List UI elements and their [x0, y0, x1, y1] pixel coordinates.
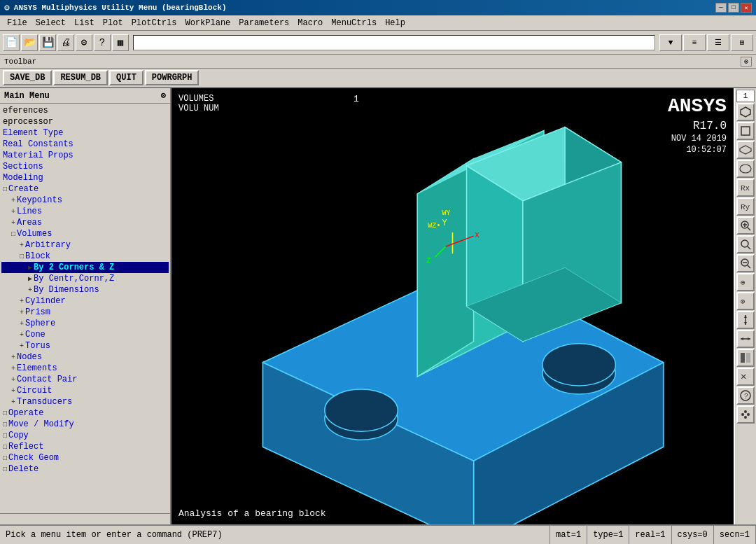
- tree-item[interactable]: eferences: [1, 105, 169, 116]
- expand-icon[interactable]: +: [11, 376, 15, 384]
- rt-reset-btn[interactable]: ⊗: [736, 292, 755, 310]
- tree-item[interactable]: + Torus: [1, 340, 169, 351]
- toolbar-action2-btn[interactable]: ☰: [707, 34, 729, 51]
- toolbar-grid-icon[interactable]: ▦: [112, 34, 129, 51]
- expand-icon[interactable]: □: [3, 454, 7, 462]
- expand-icon[interactable]: +: [11, 365, 15, 372]
- tree-item[interactable]: + Nodes: [1, 351, 169, 363]
- tree-item[interactable]: Real Constants: [1, 139, 169, 150]
- rt-misc-btn[interactable]: [736, 405, 755, 424]
- tree-item[interactable]: Sections: [1, 161, 169, 172]
- toolbar-action3-btn[interactable]: ⊞: [731, 34, 753, 51]
- menu-list[interactable]: List: [70, 17, 99, 29]
- tree-item[interactable]: + Cylinder: [1, 295, 169, 307]
- menu-file[interactable]: File: [3, 17, 31, 29]
- tree-item[interactable]: + Cone: [1, 329, 169, 340]
- command-input[interactable]: [133, 35, 655, 50]
- expand-icon[interactable]: □: [3, 410, 7, 417]
- expand-icon[interactable]: +: [11, 354, 15, 361]
- rt-zoom-in-btn[interactable]: [736, 216, 755, 235]
- expand-icon[interactable]: ▶: [28, 263, 32, 272]
- toolbar-print-icon[interactable]: 🖨: [57, 34, 74, 51]
- main-menu-collapse-button[interactable]: ⊗: [161, 90, 166, 101]
- expand-icon[interactable]: □: [3, 466, 7, 473]
- expand-icon[interactable]: +: [20, 342, 24, 350]
- tree-item[interactable]: Modeling: [1, 172, 169, 183]
- expand-icon[interactable]: +: [11, 398, 15, 406]
- menu-select[interactable]: Select: [31, 17, 70, 29]
- rt-iso-btn[interactable]: [736, 103, 755, 121]
- tree-item[interactable]: + Circuit: [1, 385, 169, 396]
- tree-item[interactable]: □ Reflect: [1, 441, 169, 452]
- rt-side-btn[interactable]: [736, 141, 755, 159]
- expand-icon[interactable]: +: [28, 286, 32, 294]
- rt-query-btn[interactable]: ?: [736, 386, 755, 405]
- tree-item[interactable]: + Sphere: [1, 318, 169, 329]
- rt-rotate-x-btn[interactable]: Rx: [736, 179, 755, 197]
- toolbar-new-icon[interactable]: 📄: [3, 34, 20, 51]
- tree-item[interactable]: ▶ By 2 Corners & Z: [1, 262, 169, 273]
- tree-item[interactable]: + Arbitrary: [1, 239, 169, 251]
- expand-icon[interactable]: +: [20, 298, 24, 305]
- tree-item[interactable]: + Keypoints: [1, 195, 169, 206]
- tree-item[interactable]: eprocessor: [1, 116, 169, 127]
- tree-item[interactable]: + Prism: [1, 307, 169, 318]
- menu-parameters[interactable]: Parameters: [234, 17, 293, 29]
- tree-item[interactable]: ▶ By Centr,Cornr,Z: [1, 273, 169, 284]
- toolbar-dropdown-btn[interactable]: ▼: [659, 34, 682, 51]
- rt-rotate-y-btn[interactable]: Ry: [736, 197, 755, 216]
- tree-horizontal-scrollbar[interactable]: [0, 513, 170, 524]
- menu-menuctrls[interactable]: MenuCtrls: [327, 17, 381, 29]
- rt-contour-btn[interactable]: [736, 349, 755, 367]
- tree-item[interactable]: + Lines: [1, 206, 169, 217]
- toolbar-save-icon[interactable]: 💾: [39, 34, 56, 51]
- expand-icon[interactable]: □: [3, 421, 7, 428]
- rt-legend-btn[interactable]: ✕: [736, 368, 755, 386]
- tree-item[interactable]: + By Dimensions: [1, 284, 169, 295]
- rt-zoom-fit-btn[interactable]: [736, 235, 755, 253]
- expand-icon[interactable]: +: [20, 331, 24, 339]
- tree-item[interactable]: Material Props: [1, 150, 169, 161]
- tree-item[interactable]: Element Type: [1, 127, 169, 139]
- expand-icon[interactable]: +: [11, 208, 15, 216]
- expand-icon[interactable]: +: [20, 309, 24, 316]
- rt-front-btn[interactable]: [736, 122, 755, 140]
- powrgrph-button[interactable]: POWRGRPH: [145, 70, 200, 85]
- menu-macro[interactable]: Macro: [293, 17, 327, 29]
- expand-icon[interactable]: □: [20, 253, 24, 260]
- resum-db-button[interactable]: RESUM_DB: [53, 70, 108, 85]
- expand-icon[interactable]: +: [20, 242, 24, 249]
- expand-icon[interactable]: □: [3, 186, 7, 193]
- toolbar-action1-btn[interactable]: ≡: [683, 34, 706, 51]
- expand-icon[interactable]: +: [11, 387, 15, 395]
- minimize-button[interactable]: ─: [715, 3, 727, 13]
- tree-item[interactable]: □ Move / Modify: [1, 419, 169, 430]
- close-button[interactable]: ✕: [741, 3, 752, 13]
- toolbar-open-icon[interactable]: 📂: [21, 34, 38, 51]
- quit-button[interactable]: QUIT: [109, 70, 144, 85]
- menu-plotctrls[interactable]: PlotCtrls: [127, 17, 181, 29]
- expand-icon[interactable]: □: [11, 230, 15, 238]
- tree-container[interactable]: eferenceseprocessorElement TypeReal Cons…: [0, 104, 170, 513]
- rt-top-btn[interactable]: [736, 160, 755, 178]
- expand-icon[interactable]: □: [3, 443, 7, 451]
- maximize-button[interactable]: □: [728, 3, 739, 13]
- toolbar-search-icon[interactable]: ?: [94, 34, 111, 51]
- tree-item[interactable]: + Transducers: [1, 396, 169, 407]
- expand-icon[interactable]: ▶: [28, 274, 32, 283]
- tree-item[interactable]: □ Copy: [1, 430, 169, 441]
- rt-dist-btn[interactable]: [736, 330, 755, 348]
- tree-item[interactable]: + Elements: [1, 363, 169, 374]
- rt-zoom-out-btn[interactable]: [736, 254, 755, 272]
- expand-icon[interactable]: +: [20, 320, 24, 328]
- tree-item[interactable]: □ Create: [1, 183, 169, 195]
- tree-item[interactable]: □ Check Geom: [1, 452, 169, 463]
- toolbar-collapse-button[interactable]: ⊗: [741, 57, 752, 67]
- rt-pan-btn[interactable]: ⊕: [736, 273, 755, 291]
- tree-item[interactable]: □ Volumes: [1, 228, 169, 239]
- save-db-button[interactable]: SAVE_DB: [3, 70, 52, 85]
- tree-item[interactable]: □ Operate: [1, 407, 169, 419]
- expand-icon[interactable]: □: [3, 432, 7, 440]
- rt-scale-btn[interactable]: [736, 311, 755, 329]
- tree-item[interactable]: + Areas: [1, 217, 169, 228]
